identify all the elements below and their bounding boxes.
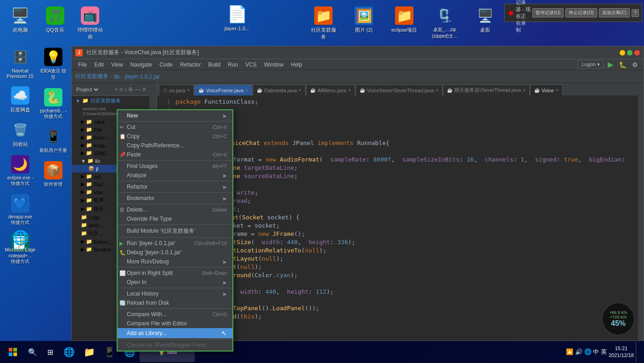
ctx-refactor[interactable]: Refactor ▶ xyxy=(118,182,232,191)
ctx-open-right-split[interactable]: ⬜ Open in Right Split Shift+Enter xyxy=(118,268,232,278)
ctx-open-in[interactable]: Open In ▶ xyxy=(118,278,232,287)
desktop-icon-software[interactable]: 📦 软件管理 xyxy=(38,159,69,190)
tab-allmenu[interactable]: ☕ AllMenu.java × xyxy=(306,84,355,95)
menu-refactor[interactable]: Refactor xyxy=(177,61,203,69)
desktop-icon-photos[interactable]: 🖼️ 图片 (2) xyxy=(347,5,380,42)
taskbar-search-btn[interactable]: 🔍 xyxy=(24,343,41,361)
editor-scrollbar[interactable] xyxy=(638,83,644,341)
ctx-analyze[interactable]: Analyze ▶ xyxy=(118,171,232,180)
ctx-copy[interactable]: 📋 Copy Ctrl+C xyxy=(118,132,232,141)
menu-run[interactable]: Run xyxy=(225,61,241,69)
speed-percent: 45% xyxy=(611,319,626,328)
menu-file[interactable]: File xyxy=(75,61,90,69)
ctx-build-module[interactable]: Build Module '社区党群服务' xyxy=(118,226,232,236)
desktop-icons-right: 📁 社区党群服务 🖼️ 图片 (2) 📁 eclipse项目 🗜️ 桌面_...… xyxy=(307,5,502,42)
analyze-arrow: ▶ xyxy=(223,173,227,178)
tab-voicesever[interactable]: ☕ VoiceSever\SeverThread.java × xyxy=(356,84,442,95)
stop-record-btn[interactable]: 停止记录(O) xyxy=(565,8,597,17)
desktop-icon-dangqun[interactable]: 📁 社区党群服务 xyxy=(307,5,340,42)
taskbar-explorer-icon[interactable]: 📁 xyxy=(79,342,99,362)
desktop-icon-eclipse[interactable]: 🌙 eclipse.exe - 快捷方式 xyxy=(5,153,36,189)
tab-oatmeala[interactable]: ☕ Oatmeala.java × xyxy=(253,84,305,95)
ctx-copy-path[interactable]: Copy Path/Reference... xyxy=(118,141,232,150)
ctx-sep7 xyxy=(118,237,232,238)
ctx-sep9 xyxy=(118,288,232,288)
menu-help[interactable]: Help xyxy=(288,61,305,69)
context-menu: New ▶ ✂ Cut Ctrl+X 📋 Copy Ctrl+C Copy Pa… xyxy=(117,109,233,352)
tab-liantiansever[interactable]: ☕ 聊天服务器\SeverThread.java × xyxy=(443,84,530,95)
menu-edit[interactable]: Edit xyxy=(91,61,107,69)
taskbar-clock[interactable]: 15:21 2021/12/18 xyxy=(609,345,634,359)
menu-navigate[interactable]: Navigate xyxy=(128,61,155,69)
desktop-icon-bilibili[interactable]: 📺 哔哩哔哩动画 xyxy=(74,5,106,42)
ctx-find-usages[interactable]: Find Usages Alt+F7 xyxy=(118,162,232,171)
desktop-icon-eclipse-proj[interactable]: 📁 eclipse项目 xyxy=(388,5,421,42)
menu-vcs[interactable]: VCS xyxy=(243,61,260,69)
settings-toolbar-btn[interactable]: ⚙ xyxy=(630,60,640,69)
desktop-icon-desktop[interactable]: 🖥️ 桌面 xyxy=(469,5,502,42)
taskview-btn[interactable]: ⊞ xyxy=(41,343,59,361)
desktop: ⏺ 步骤记录器 - 现在正在录制 暂停记录(U) 停止记录(O) 添加注释(C)… xyxy=(0,0,644,363)
logon-btn[interactable]: Logon ▾ xyxy=(577,60,604,69)
desktop-icon-idea[interactable]: 💡 IDEA激活 指导 xyxy=(38,46,69,83)
desktop-icon-qq[interactable]: 🎵 QQ音乐 xyxy=(40,5,71,42)
minimize-btn[interactable] xyxy=(620,50,625,56)
ctx-bookmarks[interactable]: Bookmarks ▶ xyxy=(118,194,232,203)
ctx-override-file-type[interactable]: Override File Type xyxy=(118,214,232,223)
ctx-cut[interactable]: ✂ Cut Ctrl+X xyxy=(118,123,232,132)
desktop-icon-baidu[interactable]: ☁️ 百度网盘 xyxy=(5,84,36,115)
project-dropdown[interactable]: Project xyxy=(74,86,100,93)
reload-icon: 🔄 xyxy=(119,300,126,306)
maximize-btn[interactable] xyxy=(627,50,633,56)
ide-title: 社区党群服务 - VoiceChat.java [社区党群服务] xyxy=(86,49,616,56)
desktop-icon-pycharm[interactable]: 🐍 pycharm6... - 快捷方式 xyxy=(38,86,69,122)
desktop-icon-navicat[interactable]: 🗄️ Navicat Premium 15 xyxy=(5,46,36,81)
ctx-new[interactable]: New ▶ xyxy=(118,111,232,120)
menu-build[interactable]: Build xyxy=(205,61,223,69)
help-btn[interactable]: ? xyxy=(632,9,639,17)
ctx-delete[interactable]: 🗑 Delete... Delete xyxy=(118,205,232,214)
ctx-add-library[interactable]: Add as Library... ↖ xyxy=(118,328,232,338)
run-btn[interactable]: ▶ xyxy=(606,59,615,70)
add-comment-btn[interactable]: 添加注释(C) xyxy=(599,8,630,17)
menu-view[interactable]: View xyxy=(108,61,126,69)
start-button[interactable] xyxy=(2,341,24,363)
show-desktop-btn[interactable] xyxy=(636,342,638,362)
desktop-icon-trash[interactable]: 🗑️ 回收站 xyxy=(5,119,36,150)
desktop-icon-edge[interactable]: 🌐 Microsoft Edge xyxy=(5,229,36,252)
ctx-local-history[interactable]: Local History ▶ xyxy=(118,289,232,298)
ctx-sep6 xyxy=(118,224,232,225)
tree-root[interactable]: ▼📁 社区党群服务 xyxy=(72,96,149,106)
tab-voice[interactable]: ☕ Voice × xyxy=(530,84,563,95)
tab-voiceframe[interactable]: ☕ VoiceFrame.java × xyxy=(194,84,252,95)
ctx-new-label: New xyxy=(127,112,138,119)
breadcrumb-lib[interactable]: lib xyxy=(114,73,119,80)
debug-toolbar-btn[interactable]: 🐛 xyxy=(617,60,628,69)
menu-code[interactable]: Code xyxy=(157,61,175,69)
ctx-convert[interactable]: Convert to JFormDesigner Form... xyxy=(118,341,232,350)
breadcrumb-jar[interactable]: jlayer-1.0.1.jar xyxy=(125,73,160,80)
breadcrumb-root[interactable]: 社区党群服务 xyxy=(75,73,108,80)
taskbar-tray: 🔼 🔊 🌐 中 英 15:21 2021/12/18 xyxy=(566,342,642,362)
ctx-paste[interactable]: 📌 Paste Ctrl+V xyxy=(118,150,232,159)
ctx-run[interactable]: ▶ Run 'jlayer-1.0.1.jar' Ctrl+Shift+F10 xyxy=(118,239,232,248)
ctx-sep1 xyxy=(118,121,232,122)
taskbar-edge-icon[interactable]: 🌐 xyxy=(59,342,79,362)
ctx-compare-file-editor[interactable]: Compare File with Editor xyxy=(118,319,232,328)
desktop-icon-devapp[interactable]: 💙 devapp.exe 快捷方式 xyxy=(5,192,36,228)
menu-window[interactable]: Window xyxy=(261,61,287,69)
ctx-compare-with[interactable]: Compare With... Ctrl+D xyxy=(118,310,232,319)
desktop-icon-jlayer[interactable]: 📄 jlayer-1.0... xyxy=(220,5,254,31)
tab-on[interactable]: ⬡ on.java × xyxy=(159,84,194,95)
desktop-icon-zip[interactable]: 🗜️ 桌面_....zip (zipped)文... xyxy=(428,5,461,42)
ctx-debug[interactable]: 🐛 Debug 'jlayer-1.0.1.jar' xyxy=(118,248,232,257)
breadcrumb-sep2: › xyxy=(121,73,123,80)
project-toolbar-icons: + ≡ ↕ ⚙ — ✕ xyxy=(102,86,147,93)
ctx-reload-disk[interactable]: 🔄 Reload from Disk xyxy=(118,298,232,307)
desktop-icon-mobile[interactable]: 📱 新机用户手册 xyxy=(38,125,69,156)
close-btn[interactable] xyxy=(634,50,640,56)
desktop-icon-pc[interactable]: 🖥️ 此电脑 xyxy=(5,5,36,42)
ctx-more-run[interactable]: More Run/Debug ▶ xyxy=(118,257,232,266)
ide-breadcrumb: 社区党群服务 › lib › jlayer-1.0.1.jar xyxy=(72,70,644,83)
pause-record-btn[interactable]: 暂停记录(U) xyxy=(532,8,564,17)
